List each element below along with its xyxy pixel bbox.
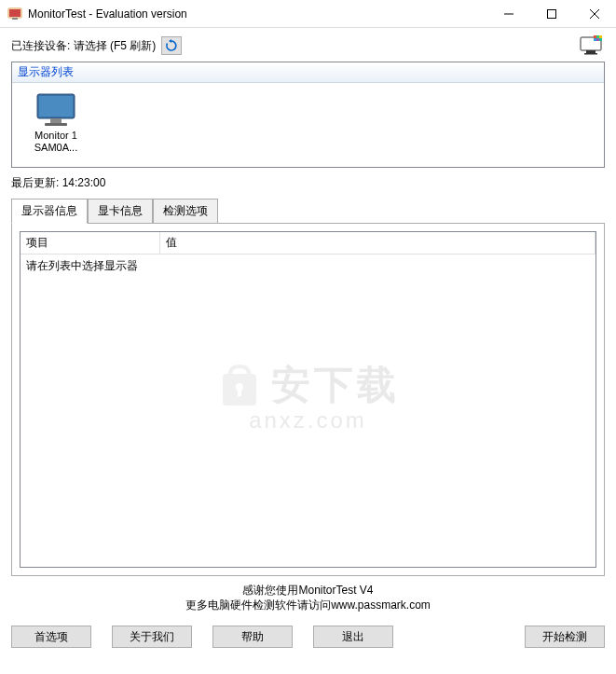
maximize-button[interactable] (530, 0, 573, 28)
svg-rect-14 (596, 38, 599, 41)
passmark-link[interactable]: www.passmark.com (331, 598, 431, 612)
last-update-label: 最后更新: 14:23:00 (11, 175, 605, 191)
tab-monitor-info[interactable]: 显示器信息 (11, 199, 88, 224)
svg-rect-8 (586, 50, 595, 53)
monitor-label-line1: Monitor 1 (34, 130, 77, 142)
device-toolbar: 已连接设备: 请选择 (F5 刷新) (11, 35, 605, 56)
titlebar: MonitorTest - Evaluation version (0, 0, 616, 28)
tab-strip: 显示器信息 显卡信息 检测选项 (11, 199, 605, 224)
footer-line2: 更多电脑硬件检测软件请访问www.passmark.com (11, 598, 605, 613)
monitor-label-line2: SAM0A... (34, 142, 77, 154)
svg-rect-10 (594, 35, 596, 38)
svg-rect-12 (599, 35, 602, 38)
tab-content: 项目 值 请在列表中选择显示器 安下载 anxz.com (11, 224, 605, 576)
help-button[interactable]: 帮助 (212, 626, 293, 648)
svg-rect-1 (9, 9, 21, 17)
tab-gpu-info[interactable]: 显卡信息 (88, 199, 153, 223)
svg-rect-22 (238, 389, 241, 396)
monitor-list-header: 显示器列表 (12, 62, 604, 83)
refresh-button[interactable] (161, 36, 182, 55)
svg-rect-9 (584, 53, 597, 55)
footer-text: 感谢您使用MonitorTest V4 更多电脑硬件检测软件请访问www.pas… (11, 584, 605, 612)
svg-rect-13 (594, 38, 596, 41)
svg-rect-11 (596, 35, 599, 38)
exit-button[interactable]: 退出 (313, 626, 393, 648)
preferences-button[interactable]: 首选项 (11, 626, 91, 648)
svg-point-21 (236, 383, 243, 391)
watermark-bag-icon (217, 361, 262, 409)
device-label: 已连接设备: 请选择 (F5 刷新) (11, 38, 156, 54)
info-table-header: 项目 值 (21, 232, 595, 254)
app-icon (7, 7, 22, 21)
monitor-item[interactable]: Monitor 1 SAM0A... (23, 92, 89, 159)
svg-rect-15 (599, 38, 602, 41)
svg-rect-20 (223, 374, 256, 406)
monitor-list-body: Monitor 1 SAM0A... (12, 83, 604, 167)
watermark: 安下载 anxz.com (217, 359, 400, 433)
close-button[interactable] (573, 0, 616, 28)
info-table-body: 请在列表中选择显示器 (21, 254, 595, 278)
monitor-color-icon (579, 35, 605, 56)
svg-rect-19 (45, 123, 67, 126)
col-header-item[interactable]: 项目 (21, 232, 160, 254)
tab-test-options[interactable]: 检测选项 (153, 199, 218, 223)
start-test-button[interactable]: 开始检测 (525, 626, 605, 648)
info-table: 项目 值 请在列表中选择显示器 安下载 anxz.com (20, 231, 596, 568)
svg-rect-17 (39, 96, 73, 117)
window-controls (487, 0, 616, 28)
placeholder-text: 请在列表中选择显示器 (26, 258, 590, 274)
svg-rect-18 (50, 118, 62, 123)
footer-line1: 感谢您使用MonitorTest V4 (11, 584, 605, 598)
window-title: MonitorTest - Evaluation version (28, 7, 487, 21)
minimize-button[interactable] (487, 0, 530, 28)
col-header-value[interactable]: 值 (160, 232, 595, 254)
button-row: 首选项 关于我们 帮助 退出 开始检测 (0, 620, 616, 657)
monitor-list-panel: 显示器列表 Monitor 1 SAM0A... (11, 62, 605, 168)
svg-rect-2 (12, 18, 18, 20)
svg-rect-4 (548, 9, 556, 18)
monitor-icon (35, 92, 76, 128)
refresh-icon (165, 39, 178, 52)
about-button[interactable]: 关于我们 (112, 626, 192, 648)
